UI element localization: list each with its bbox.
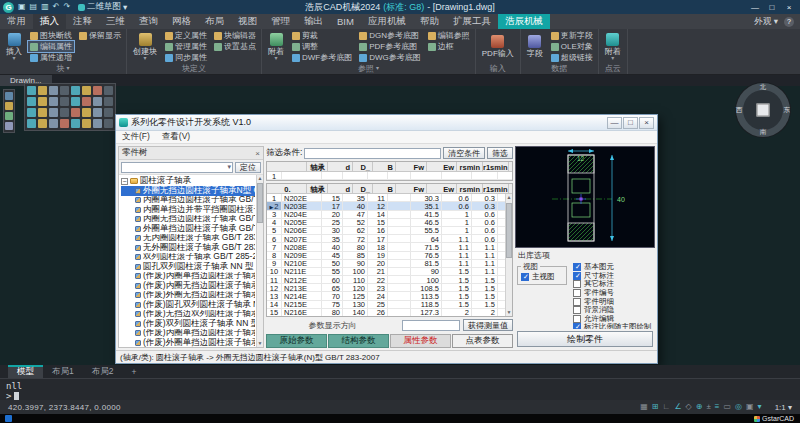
ribbon-tab[interactable]: 网格 — [165, 14, 198, 29]
tree-item[interactable]: 圆孔双列圆柱滚子轴承 NN 型 GB/T 285 — [121, 262, 255, 272]
tool-icon[interactable] — [5, 92, 13, 100]
table-column-header[interactable]: D_ — [353, 184, 373, 193]
tool-icon[interactable] — [60, 119, 69, 128]
dialog-close-button[interactable]: × — [639, 117, 654, 129]
tree-item[interactable]: 内圈单挡边圆柱滚子轴承 GB/T 283-2007 — [121, 196, 255, 206]
ribbon-group-label[interactable]: 数据 — [524, 63, 595, 74]
table-scrollbar[interactable] — [505, 194, 512, 316]
output-option-checkbox[interactable]: 尺寸标注 — [573, 272, 653, 281]
ribbon-button[interactable]: 保留显示 — [77, 30, 123, 41]
tool-icon[interactable] — [38, 108, 47, 117]
tree-item[interactable]: (作废)无挡边双列圆柱滚子轴承 — [121, 310, 255, 320]
tool-icon[interactable] — [71, 119, 80, 128]
tool-icon[interactable] — [49, 119, 58, 128]
lineweight-icon[interactable]: ≡ — [715, 402, 720, 412]
output-option-checkbox[interactable]: 其它标注 — [573, 280, 653, 289]
table-column-header[interactable]: Fw — [396, 184, 427, 193]
tree-item[interactable]: 外圈单挡边圆柱滚子轴承 GB/T 283-2007 — [121, 224, 255, 234]
ribbon-button[interactable]: DGN参考底图 — [357, 30, 423, 41]
table-row[interactable]: 3N204E20471441.510.6 — [267, 211, 512, 219]
table-row[interactable]: 8N209E45851976.51.11.1 — [267, 252, 512, 260]
ribbon-button[interactable]: 管理属性 — [163, 41, 209, 52]
app-logo-icon[interactable]: G — [3, 2, 14, 13]
param-tab[interactable]: 属性参数 — [390, 334, 451, 348]
tool-icon[interactable] — [5, 122, 13, 130]
layout-tab[interactable]: 布局2 — [83, 365, 123, 378]
ribbon-tab[interactable]: 应用机械 — [361, 14, 413, 29]
tool-icon[interactable] — [93, 119, 102, 128]
table-column-header[interactable]: Ew — [427, 184, 457, 193]
navigation-wheel[interactable]: 北 南 西 东 — [736, 83, 790, 137]
filter-row-values[interactable]: 1 — [267, 172, 512, 180]
output-option-checkbox[interactable]: 基本图元 — [573, 263, 653, 272]
ribbon-button[interactable]: 边框 — [426, 41, 472, 52]
ribbon-button[interactable]: DWG参考底图 — [357, 52, 423, 63]
table-row[interactable]: 15N216E8014026127.322 — [267, 309, 512, 316]
ribbon-button[interactable]: 同步属性 — [163, 52, 209, 63]
command-line[interactable]: nll > — [0, 378, 800, 400]
tree-item[interactable]: (作废)外圈单挡边圆柱滚子轴承 — [121, 338, 255, 347]
ribbon-tab[interactable]: 布局 — [198, 14, 231, 29]
ribbon-button[interactable]: PDF参考底图 — [357, 41, 423, 52]
tree-item[interactable]: 内圈单挡边并带平挡圈圆柱滚子轴承 GB/T 283 — [121, 205, 255, 215]
redo-icon[interactable]: ↷ — [63, 2, 70, 12]
create-block-button[interactable]: 创建块▾ — [130, 30, 160, 63]
tree-collapse-icon[interactable] — [121, 178, 128, 185]
tool-icon[interactable] — [49, 97, 58, 106]
tool-icon[interactable] — [93, 97, 102, 106]
appearance-dropdown[interactable]: 外观 ▾ — [754, 16, 778, 28]
tree-item[interactable]: 无外圈圆柱滚子轴承 GB/T 283-2007 — [121, 243, 255, 253]
bearing-table[interactable]: 0.轴承dD_BFwEwrsminr1smin 1N202E15351130.3… — [266, 183, 513, 317]
locate-button[interactable]: 定位 — [235, 162, 261, 173]
scale-indicator[interactable]: 1:1 ▾ — [775, 403, 792, 412]
ribbon-tab[interactable]: 浩辰机械 — [498, 14, 550, 29]
ribbon-button[interactable]: 调整 — [290, 41, 354, 52]
table-row[interactable]: 11N212E60110221001.51.5 — [267, 276, 512, 284]
tree-item[interactable]: 无内圈圆柱滚子轴承 GB/T 283-2007 — [121, 234, 255, 244]
table-rows[interactable]: 1N202E15351130.30.60.32N203E17401235.10.… — [267, 194, 512, 316]
table-column-header[interactable]: d — [328, 184, 353, 193]
ribbon-button[interactable]: 设置基点 — [212, 41, 258, 52]
table-row[interactable]: 2N203E17401235.10.60.3 — [267, 202, 512, 210]
ribbon-button[interactable]: 编辑属性 — [28, 41, 74, 52]
osnap-icon[interactable]: ◇ — [686, 402, 692, 412]
part-preview[interactable]: 40 12 — [515, 146, 655, 248]
tree-item[interactable]: (作废)双列圆柱滚子轴承 NN 型 — [121, 319, 255, 329]
pointcloud-attach-button[interactable]: 附着▾ — [602, 30, 624, 63]
field-button[interactable]: 字段 — [524, 30, 546, 63]
table-row[interactable]: 13N214E7012524113.51.51.5 — [267, 292, 512, 300]
filter-grid[interactable]: 轴承dD_BFwEwrsminr1smin 1 — [266, 161, 513, 181]
maximize-button[interactable]: □ — [764, 1, 780, 13]
scrollbar-thumb[interactable] — [257, 183, 263, 223]
tool-icon[interactable] — [71, 86, 80, 95]
dialog-menu-item[interactable]: 查看(V) — [156, 131, 196, 143]
grid-icon[interactable]: ▦ — [640, 402, 648, 412]
clear-filter-button[interactable]: 清空条件 — [443, 147, 485, 159]
tool-icon[interactable] — [27, 97, 36, 106]
ribbon-tab[interactable]: 管理 — [264, 14, 297, 29]
tree-item[interactable]: (作废)内圈单挡边圆柱滚子轴承 — [121, 272, 255, 282]
tree-item[interactable]: 外圈无挡边圆柱滚子轴承N型 GB/T 283-2007 — [121, 186, 255, 196]
tree-item[interactable]: 内圈无挡边圆柱滚子轴承 GB/T 283-2007 — [121, 215, 255, 225]
tree-item[interactable]: (作废)外圈无挡边圆柱滚子轴承 — [121, 291, 255, 301]
ribbon-group-label[interactable]: 块定义 — [130, 63, 258, 74]
undo-icon[interactable]: ↶ — [53, 2, 60, 12]
ribbon-button[interactable]: 更新字段 — [549, 30, 595, 41]
polar-tracking-icon[interactable]: ∠ — [674, 402, 681, 412]
table-column-header[interactable]: 轴承 — [307, 184, 328, 193]
ribbon-button[interactable]: 图块断线 — [28, 30, 74, 41]
ribbon-tab[interactable]: 三维 — [99, 14, 132, 29]
tool-icon[interactable] — [60, 108, 69, 117]
tree-item[interactable]: (作废)内圈无挡边圆柱滚子轴承 — [121, 281, 255, 291]
ribbon-button[interactable]: DWF参考底图 — [290, 52, 354, 63]
ribbon-tab[interactable]: 插入 — [33, 14, 66, 29]
tool-icon[interactable] — [82, 119, 91, 128]
transparency-icon[interactable]: ▭ — [724, 402, 732, 412]
output-option-checkbox[interactable]: 零件编号 — [573, 289, 653, 298]
ribbon-button[interactable]: 超级链接 — [549, 52, 595, 63]
tool-icon[interactable] — [93, 108, 102, 117]
help-icon[interactable]: ? — [784, 17, 794, 27]
tool-icon[interactable] — [60, 97, 69, 106]
ribbon-group-label[interactable]: 块▾ — [3, 63, 123, 74]
tree-item[interactable]: (作废)内圈单挡边圆柱滚子轴承 — [121, 329, 255, 339]
